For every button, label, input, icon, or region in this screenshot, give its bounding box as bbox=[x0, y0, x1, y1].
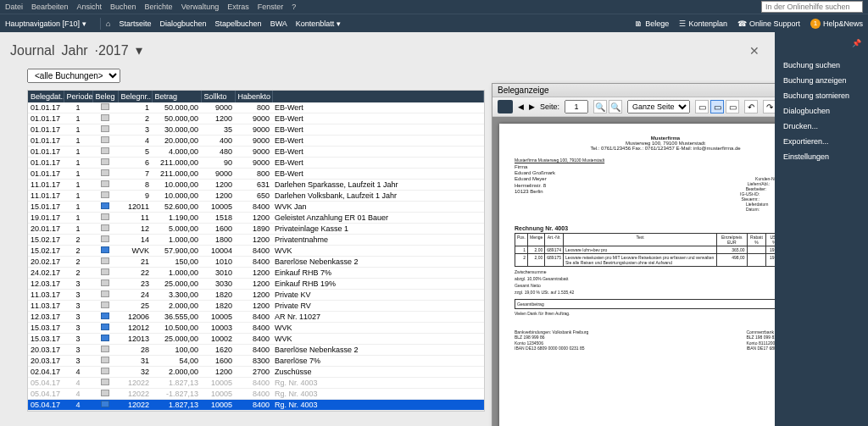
prev-page-icon[interactable]: ◀ bbox=[518, 102, 524, 111]
menu-buchen[interactable]: Buchen bbox=[110, 3, 136, 11]
table-row[interactable]: 01.01.171150.000,009000800EB-Wert bbox=[28, 102, 484, 113]
menu-datei[interactable]: Datei bbox=[5, 3, 23, 11]
help-search-input[interactable] bbox=[761, 1, 863, 13]
table-row[interactable]: 01.01.1717211.000,009000800EB-Wert bbox=[28, 169, 484, 180]
view-single-icon[interactable]: ▭ bbox=[695, 100, 709, 113]
col-header[interactable]: Betrag bbox=[152, 91, 201, 102]
rotate-right-icon[interactable]: ↷ bbox=[763, 100, 775, 113]
tb-belege[interactable]: 🗎 Belege bbox=[635, 19, 669, 28]
col-header[interactable]: Sollkto bbox=[201, 91, 235, 102]
menubar: Datei Bearbeiten Ansicht Buchen Berichte… bbox=[0, 0, 868, 14]
tb-support[interactable]: ☎ Online Support bbox=[737, 19, 800, 28]
menu-ansicht[interactable]: Ansicht bbox=[77, 3, 103, 11]
table-row[interactable]: 24.02.172221.000,0030101200Einkauf RHB 7… bbox=[28, 268, 484, 279]
table-row[interactable]: 01.01.171250.000,0012009000EB-Wert bbox=[28, 113, 484, 124]
table-row[interactable]: 15.02.172WVK57.900,00100048400WVK bbox=[28, 246, 484, 257]
doc-icon bbox=[101, 268, 109, 275]
doc-icon bbox=[101, 191, 109, 198]
tb-kontenblatt[interactable]: Kontenblatt ▾ bbox=[296, 19, 342, 28]
tb-stapelbuchen[interactable]: Stapelbuchen bbox=[215, 19, 262, 28]
table-row[interactable]: 05.04.174120221.827,13100058400Rg. Nr. 4… bbox=[28, 378, 484, 389]
col-header[interactable] bbox=[272, 91, 484, 102]
toolbar: Hauptnavigation [F10] ▾ ⌂ Startseite Dia… bbox=[0, 14, 868, 32]
side-item[interactable]: Drucken... bbox=[782, 119, 861, 134]
side-item[interactable]: Einstellungen bbox=[782, 149, 861, 164]
support-icon: ☎ bbox=[737, 19, 747, 28]
tb-bwa[interactable]: BWA bbox=[270, 19, 287, 28]
table-row[interactable]: 02.04.174322.000,0012002700Zuschüsse bbox=[28, 367, 484, 378]
table-row[interactable]: 20.03.17328100,0016208400Barerlöse Neben… bbox=[28, 345, 484, 356]
table-row[interactable]: 11.04.174339.000,0018001200Privatentnahm… bbox=[28, 411, 484, 412]
menu-fenster[interactable]: Fenster bbox=[258, 3, 284, 11]
col-header[interactable]: Belegdat.. bbox=[28, 91, 64, 102]
page-title: Journal Jahr · 2017 ▾ bbox=[10, 42, 765, 58]
menu-verwaltung[interactable]: Verwaltung bbox=[181, 3, 220, 11]
table-row[interactable]: 01.01.1716211.000,00909000EB-Wert bbox=[28, 158, 484, 169]
document-icon: 🗎 bbox=[635, 19, 643, 28]
receipt-toolbar: ◀ ▶ Seite: 🔍 🔍 Ganze Seite ▭ ▭ ▭ ↶ ↷ ▼ bbox=[492, 97, 775, 117]
close-icon[interactable]: ✕ bbox=[749, 44, 760, 58]
side-item[interactable]: Buchung suchen bbox=[782, 58, 861, 73]
doc-icon bbox=[101, 390, 109, 396]
page-input[interactable] bbox=[565, 100, 588, 113]
menu-berichte[interactable]: Berichte bbox=[145, 3, 173, 11]
table-row[interactable]: 19.01.171111.190,0015181200Geleistet Anz… bbox=[28, 213, 484, 224]
table-row[interactable]: 11.03.173252.000,0018201200Private RV bbox=[28, 301, 484, 312]
next-page-icon[interactable]: ▶ bbox=[529, 102, 535, 111]
home-icon[interactable]: ⌂ bbox=[106, 19, 110, 28]
view-wide-icon[interactable]: ▭ bbox=[726, 100, 739, 113]
doc-icon bbox=[101, 224, 109, 231]
camera-icon[interactable] bbox=[498, 100, 513, 113]
doc-icon bbox=[101, 379, 109, 385]
chevron-down-icon[interactable]: ▾ bbox=[136, 42, 142, 58]
table-row[interactable]: 15.02.172141.000,0018001200Privatentnahm… bbox=[28, 235, 484, 246]
tb-startseite[interactable]: Startseite bbox=[120, 19, 152, 28]
col-header[interactable]: Beleg bbox=[92, 91, 118, 102]
table-row[interactable]: 20.02.17221150,0010108400Barerlöse Neben… bbox=[28, 257, 484, 268]
rotate-left-icon[interactable]: ↶ bbox=[744, 100, 758, 113]
table-row[interactable]: 01.01.17154.000,004809000EB-Wert bbox=[28, 147, 484, 158]
receipt-title-bar[interactable]: Beleganzeige — bbox=[492, 84, 775, 97]
tb-helpnews[interactable]: 1 Help&News bbox=[810, 19, 863, 29]
table-row[interactable]: 20.03.1733154,0016008300Barerlöse 7% bbox=[28, 356, 484, 367]
filter-select[interactable]: <alle Buchungen> bbox=[27, 69, 120, 83]
doc-icon bbox=[101, 158, 109, 165]
table-row[interactable]: 11.01.171910.000,001200650Darlehen Volks… bbox=[28, 191, 484, 202]
menu-extras[interactable]: Extras bbox=[227, 3, 249, 11]
table-row[interactable]: 15.03.1731201210.500,00100038400WVK bbox=[28, 323, 484, 334]
zoom-out-icon[interactable]: 🔍 bbox=[609, 100, 622, 113]
table-row[interactable]: 05.04.17412022-1.827,13100058400 Rg. Nr.… bbox=[28, 389, 484, 400]
zoom-select[interactable]: Ganze Seite bbox=[627, 100, 690, 113]
menu-bearbeiten[interactable]: Bearbeiten bbox=[31, 3, 69, 11]
table-row[interactable]: 20.01.171125.000,0016001890Privateinlage… bbox=[28, 224, 484, 235]
view-fit-icon[interactable]: ▭ bbox=[710, 100, 724, 113]
pin-icon[interactable]: 📌 bbox=[852, 39, 861, 47]
zoom-in-icon[interactable]: 🔍 bbox=[593, 100, 607, 113]
journal-table[interactable]: Belegdat..PeriodeBelegBelegnr..BetragSol… bbox=[27, 90, 485, 412]
doc-icon bbox=[101, 335, 109, 341]
menu-help[interactable]: ? bbox=[292, 3, 296, 11]
table-row[interactable]: 01.01.171330.000,00359000EB-Wert bbox=[28, 124, 484, 136]
doc-icon bbox=[101, 246, 109, 253]
table-row[interactable]: 11.01.171810.000,001200631Darlehen Spark… bbox=[28, 180, 484, 191]
doc-icon bbox=[101, 213, 109, 220]
tb-kontenplan[interactable]: ☰ Kontenplan bbox=[679, 19, 727, 28]
table-row[interactable]: 01.01.171420.000,004009000EB-Wert bbox=[28, 136, 484, 147]
help-badge-icon: 1 bbox=[810, 19, 821, 29]
side-item[interactable]: Buchung anzeigen bbox=[782, 73, 861, 88]
table-row[interactable]: 15.03.1731201325.000,00100028400WVK bbox=[28, 334, 484, 345]
col-header[interactable]: Habenkto bbox=[235, 91, 272, 102]
table-row[interactable]: 15.01.1711201152.600,00100058400WVK Jan bbox=[28, 202, 484, 213]
table-row[interactable]: 11.03.173243.300,0018201200Private KV bbox=[28, 290, 484, 301]
col-header[interactable]: Belegnr.. bbox=[118, 91, 152, 102]
tb-dialogbuchen[interactable]: Dialogbuchen bbox=[160, 19, 207, 28]
table-row[interactable]: 12.03.1731200636.555,00100058400AR Nr. 1… bbox=[28, 312, 484, 323]
side-item[interactable]: Exportieren... bbox=[782, 134, 861, 149]
side-item[interactable]: Dialogbuchen bbox=[782, 103, 861, 119]
side-item[interactable]: Buchung stornieren bbox=[782, 88, 861, 103]
table-row[interactable]: 05.04.174120221.827,13100058400Rg. Nr. 4… bbox=[28, 400, 484, 411]
doc-icon bbox=[101, 202, 109, 209]
col-header[interactable]: Periode bbox=[64, 91, 92, 102]
nav-label[interactable]: Hauptnavigation [F10] ▾ bbox=[5, 19, 86, 28]
table-row[interactable]: 12.03.1732325.000,0030301200Einkauf RHB … bbox=[28, 279, 484, 290]
